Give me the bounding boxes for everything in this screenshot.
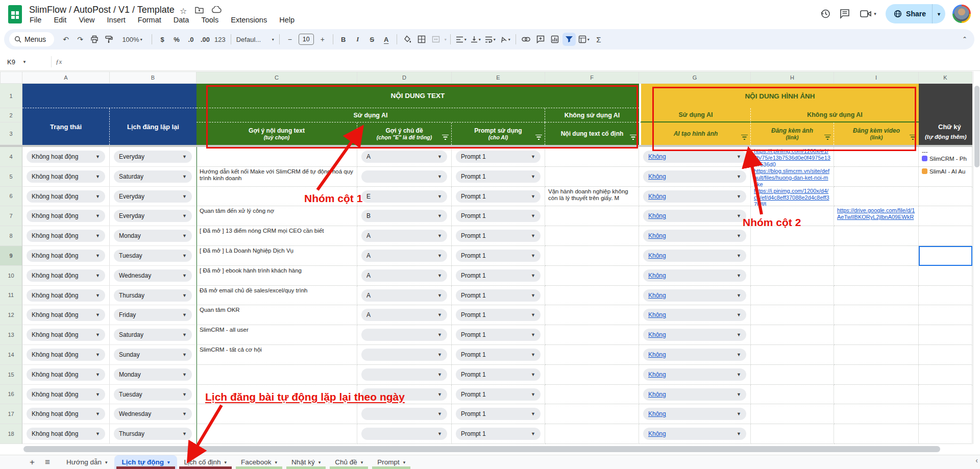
link-H6[interactable]: https://i.pinimg.com/1200x/d4/c8/ef/d4c8…: [751, 187, 834, 207]
text-wrap-button[interactable]: ▾: [483, 33, 497, 46]
row-header-14[interactable]: 14: [0, 345, 22, 365]
cell-D6[interactable]: E▼: [357, 187, 452, 207]
header-text-group[interactable]: NỘI DUNG TEXT: [197, 84, 639, 108]
dropdown-caret-icon[interactable]: ▼: [182, 194, 187, 199]
dropdown-B5[interactable]: Saturday▼: [114, 170, 192, 183]
cell-D13[interactable]: ▼: [357, 325, 452, 345]
cell-H4[interactable]: https://i.pinimg.com/1200x/e1/3b/75/e13b…: [751, 147, 834, 167]
dropdown-D13[interactable]: ▼: [361, 329, 447, 341]
cell-E8[interactable]: Prompt 1▼: [452, 226, 545, 246]
dropdown-caret-icon[interactable]: ▼: [182, 312, 187, 317]
cell-C4[interactable]: [197, 147, 357, 167]
cell-H16[interactable]: [751, 385, 834, 405]
cell-K7[interactable]: [919, 206, 972, 226]
row-header-5[interactable]: 5: [0, 167, 22, 187]
cell-B18[interactable]: Thursday▼: [110, 424, 197, 444]
dropdown-caret-icon[interactable]: ▼: [531, 293, 535, 298]
cell-B6[interactable]: Everyday▼: [110, 187, 197, 207]
dropdown-B17[interactable]: Wednesday▼: [114, 408, 192, 420]
cell-B13[interactable]: Saturday▼: [110, 325, 197, 345]
dropdown-A13[interactable]: Không hoạt động▼: [27, 329, 105, 341]
dropdown-A12[interactable]: Không hoạt động▼: [27, 309, 105, 321]
dropdown-B10[interactable]: Wednesday▼: [114, 269, 192, 282]
cell-H18[interactable]: [751, 424, 834, 444]
dropdown-G8[interactable]: Không▼: [643, 230, 746, 242]
cell-H10[interactable]: [751, 266, 834, 286]
header-image-no-ai[interactable]: Không sử dụng AI: [751, 108, 919, 122]
column-header-B[interactable]: B: [110, 71, 197, 84]
dropdown-caret-icon[interactable]: ▼: [737, 154, 741, 159]
dropdown-caret-icon[interactable]: ▼: [95, 431, 100, 436]
undo-button[interactable]: ↶: [59, 33, 72, 46]
header-image-group[interactable]: NỘI DUNG HÌNH ẢNH: [640, 84, 919, 108]
cell-D18[interactable]: ▼: [357, 424, 452, 444]
cell-H11[interactable]: [751, 286, 834, 306]
cell-K15[interactable]: [919, 365, 972, 385]
cell-A8[interactable]: Không hoạt động▼: [22, 226, 110, 246]
cell-G6[interactable]: Không▼: [639, 187, 751, 207]
dropdown-D16[interactable]: ▼: [361, 388, 447, 401]
document-title[interactable]: SlimFlow / AutoPost / V1 / Template: [29, 5, 175, 15]
cell-C12[interactable]: Quan tâm OKR: [197, 305, 357, 325]
cell-I11[interactable]: [834, 286, 919, 306]
row-header-8[interactable]: 8: [0, 226, 22, 246]
strikethrough-button[interactable]: S: [365, 33, 379, 46]
dropdown-D8[interactable]: A▼: [361, 230, 447, 242]
cell-F8[interactable]: [545, 226, 639, 246]
cell-B14[interactable]: Sunday▼: [110, 345, 197, 365]
cell-F13[interactable]: [545, 325, 639, 345]
cell-E18[interactable]: Prompt 1▼: [452, 424, 545, 444]
cell-E14[interactable]: Prompt 1▼: [452, 345, 545, 365]
cell-I13[interactable]: [834, 325, 919, 345]
sheet-tab-6[interactable]: Chủ đề▾: [328, 455, 370, 469]
dropdown-D4[interactable]: A▼: [361, 151, 447, 163]
cell-F14[interactable]: [545, 345, 639, 365]
increase-font-size-button[interactable]: +: [316, 33, 329, 46]
sheet-tab-2[interactable]: Lịch tự động▾: [114, 455, 177, 469]
frozen-rows-divider[interactable]: [0, 145, 972, 147]
dropdown-caret-icon[interactable]: ▼: [182, 174, 187, 179]
cell-G15[interactable]: Không▼: [639, 365, 751, 385]
dropdown-caret-icon[interactable]: ▼: [182, 293, 187, 298]
add-sheet-button[interactable]: +: [24, 457, 40, 467]
tab-menu-caret-icon[interactable]: ▾: [225, 460, 227, 465]
text-rotation-button[interactable]: ▾: [498, 33, 512, 46]
decrease-font-size-button[interactable]: −: [283, 33, 297, 46]
text-color-button[interactable]: A: [380, 33, 393, 46]
cell-G11[interactable]: Không▼: [639, 286, 751, 306]
cell-H12[interactable]: [751, 305, 834, 325]
menu-data[interactable]: Data: [169, 15, 193, 25]
dropdown-B18[interactable]: Thursday▼: [114, 428, 192, 440]
tab-menu-caret-icon[interactable]: ▾: [167, 460, 170, 465]
sheet-tab-3[interactable]: Lịch cố định▾: [177, 455, 234, 469]
cell-H13[interactable]: [751, 325, 834, 345]
cell-G18[interactable]: Không▼: [639, 424, 751, 444]
dropdown-B4[interactable]: Everyday▼: [114, 151, 192, 163]
cell-E13[interactable]: Prompt 1▼: [452, 325, 545, 345]
cell-D8[interactable]: A▼: [357, 226, 452, 246]
cell-I16[interactable]: [834, 385, 919, 405]
dropdown-E7[interactable]: Prompt 1▼: [456, 210, 541, 222]
cell-F11[interactable]: [545, 286, 639, 306]
cell-A9[interactable]: Không hoạt động▼: [22, 246, 110, 266]
cell-G10[interactable]: Không▼: [639, 266, 751, 286]
menu-extensions[interactable]: Extensions: [227, 15, 271, 25]
dropdown-A9[interactable]: Không hoạt động▼: [27, 250, 105, 262]
dropdown-B13[interactable]: Saturday▼: [114, 329, 192, 341]
all-sheets-button[interactable]: ≡: [40, 457, 55, 467]
menu-insert[interactable]: Insert: [103, 15, 130, 25]
dropdown-caret-icon[interactable]: ▼: [737, 273, 741, 278]
vertical-align-button[interactable]: ▾: [469, 33, 482, 46]
cell-F7[interactable]: [545, 206, 639, 226]
cell-K5[interactable]: SlimAI - AI Au: [919, 167, 972, 187]
dropdown-E12[interactable]: Prompt 1▼: [456, 309, 541, 321]
dropdown-caret-icon[interactable]: ▼: [95, 154, 100, 159]
cell-A7[interactable]: Không hoạt động▼: [22, 206, 110, 226]
cell-B4[interactable]: Everyday▼: [110, 147, 197, 167]
cell-E10[interactable]: Prompt 1▼: [452, 266, 545, 286]
tab-menu-caret-icon[interactable]: ▾: [318, 460, 321, 465]
cell-F17[interactable]: [545, 404, 639, 424]
cell-D14[interactable]: ▼: [357, 345, 452, 365]
dropdown-caret-icon[interactable]: ▼: [531, 392, 535, 397]
horizontal-align-button[interactable]: ▾: [454, 33, 468, 46]
